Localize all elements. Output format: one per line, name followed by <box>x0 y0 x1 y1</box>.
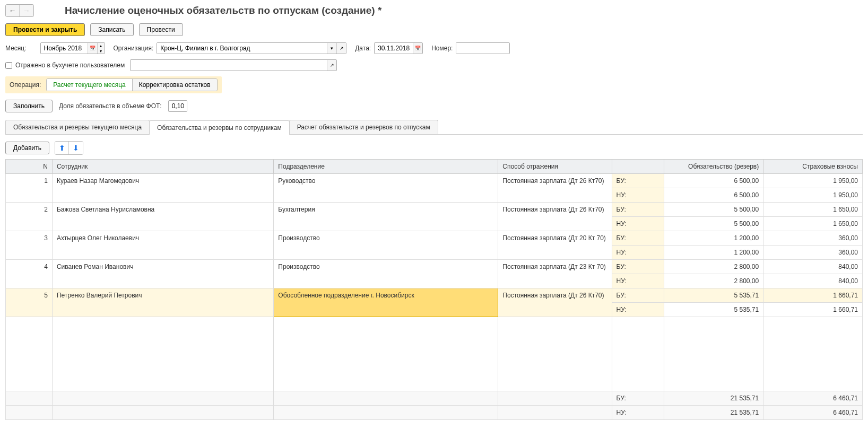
col-acc[interactable] <box>612 160 664 174</box>
cell-employee: Бажова Светлана Нурисламовна <box>52 203 273 231</box>
total-nu-obligation: 21 535,71 <box>664 406 763 420</box>
cell-nu-insurance: 1 660,71 <box>763 303 863 317</box>
cell-nu-insurance: 1 950,00 <box>763 188 863 203</box>
reflected-checkbox[interactable] <box>5 62 12 69</box>
month-input[interactable] <box>41 43 88 54</box>
cell-bu-insurance: 840,00 <box>763 260 863 274</box>
cell-department: Обособленное подразделение г. Новосибирс… <box>274 288 498 317</box>
cell-n: 3 <box>6 231 53 260</box>
cell-nu-label: НУ: <box>612 246 664 260</box>
cell-method: Постоянная зарплата (Дт 23 Кт 70) <box>498 260 612 288</box>
org-label: Организация: <box>114 45 154 52</box>
total-nu-label: НУ: <box>612 406 664 420</box>
post-and-close-button[interactable]: Провести и закрыть <box>5 23 85 36</box>
month-step-up[interactable]: ▲ <box>97 43 105 48</box>
cell-bu-label: БУ: <box>612 260 664 274</box>
cell-bu-insurance: 1 650,00 <box>763 203 863 217</box>
write-button[interactable]: Записать <box>90 23 133 36</box>
table-row[interactable]: 3Ахтырцев Олег НиколаевичПроизводствоПос… <box>6 231 863 246</box>
op-correction[interactable]: Корректировка остатков <box>133 79 217 91</box>
cell-department: Руководство <box>274 174 498 203</box>
table-row[interactable]: 2Бажова Светлана НурисламовнаБухгалтерия… <box>6 203 863 217</box>
cell-bu-obligation: 1 200,00 <box>664 231 763 246</box>
share-input[interactable] <box>169 101 187 111</box>
month-calendar-icon[interactable]: 📅 <box>88 43 97 54</box>
cell-bu-insurance: 1 660,71 <box>763 288 863 303</box>
reflected-label: Отражено в бухучете пользователем <box>15 62 125 69</box>
col-n[interactable]: N <box>6 160 53 174</box>
fill-button[interactable]: Заполнить <box>5 100 53 112</box>
page-title: Начисление оценочных обязательств по отп… <box>65 5 381 16</box>
back-button[interactable]: ← <box>6 5 20 16</box>
cell-bu-label: БУ: <box>612 231 664 246</box>
operation-label: Операция: <box>10 81 41 89</box>
date-label: Дата: <box>355 45 371 52</box>
cell-bu-label: БУ: <box>612 174 664 188</box>
cell-nu-label: НУ: <box>612 303 664 317</box>
col-insurance[interactable]: Страховые взносы <box>763 160 863 174</box>
cell-nu-label: НУ: <box>612 274 664 288</box>
employees-table: N Сотрудник Подразделение Способ отражен… <box>5 159 863 420</box>
cell-bu-insurance: 360,00 <box>763 231 863 246</box>
cell-nu-label: НУ: <box>612 188 664 203</box>
col-department[interactable]: Подразделение <box>274 160 498 174</box>
total-bu-label: БУ: <box>612 391 664 406</box>
reflected-open-icon[interactable]: ↗ <box>327 60 336 71</box>
cell-bu-insurance: 1 950,00 <box>763 174 863 188</box>
cell-department: Бухгалтерия <box>274 203 498 231</box>
tab-current-month[interactable]: Обязательства и резервы текущего месяца <box>5 120 150 134</box>
tab-calculation[interactable]: Расчет обязательств и резервов по отпуск… <box>289 120 438 134</box>
total-nu-insurance: 6 460,71 <box>763 406 863 420</box>
cell-nu-insurance: 1 650,00 <box>763 217 863 231</box>
reflected-input[interactable] <box>131 60 327 71</box>
org-input[interactable] <box>157 43 327 54</box>
cell-nu-obligation: 2 800,00 <box>664 274 763 288</box>
cell-method: Постоянная зарплата (Дт 26 Кт70) <box>498 174 612 203</box>
total-bu-obligation: 21 535,71 <box>664 391 763 406</box>
table-row[interactable]: 5Петренко Валерий ПетровичОбособленное п… <box>6 288 863 303</box>
cell-nu-obligation: 6 500,00 <box>664 188 763 203</box>
date-input[interactable] <box>375 43 413 54</box>
col-method[interactable]: Способ отражения <box>498 160 612 174</box>
move-up-icon[interactable]: ⬆ <box>55 142 69 154</box>
cell-method: Постоянная зарплата (Дт 20 Кт 70) <box>498 231 612 260</box>
cell-nu-obligation: 5 500,00 <box>664 217 763 231</box>
cell-method: Постоянная зарплата (Дт 26 Кт70) <box>498 203 612 231</box>
cell-nu-obligation: 1 200,00 <box>664 246 763 260</box>
cell-nu-insurance: 360,00 <box>763 246 863 260</box>
month-label: Месяц: <box>5 45 27 52</box>
tab-by-employee[interactable]: Обязательства и резервы по сотрудникам <box>149 120 290 135</box>
org-open-icon[interactable]: ↗ <box>336 43 346 54</box>
col-employee[interactable]: Сотрудник <box>52 160 273 174</box>
cell-nu-obligation: 5 535,71 <box>664 303 763 317</box>
table-row[interactable]: 4Сиванев Роман ИвановичПроизводствоПосто… <box>6 260 863 274</box>
cell-n: 5 <box>6 288 53 317</box>
cell-employee: Кураев Назар Магомедович <box>52 174 273 203</box>
cell-employee: Ахтырцев Олег Николаевич <box>52 231 273 260</box>
totals-row-bu: БУ: 21 535,71 6 460,71 <box>6 391 863 406</box>
cell-bu-obligation: 2 800,00 <box>664 260 763 274</box>
cell-bu-label: БУ: <box>612 203 664 217</box>
cell-employee: Сиванев Роман Иванович <box>52 260 273 288</box>
org-dropdown-icon[interactable]: ▾ <box>327 43 336 54</box>
cell-method: Постоянная зарплата (Дт 26 Кт70) <box>498 288 612 317</box>
share-label: Доля обязательств в объеме ФОТ: <box>59 102 162 110</box>
cell-bu-obligation: 5 500,00 <box>664 203 763 217</box>
cell-bu-label: БУ: <box>612 288 664 303</box>
table-row[interactable]: 1Кураев Назар МагомедовичРуководствоПост… <box>6 174 863 188</box>
date-calendar-icon[interactable]: 📅 <box>413 43 422 54</box>
move-down-icon[interactable]: ⬇ <box>69 142 83 154</box>
totals-row-nu: НУ: 21 535,71 6 460,71 <box>6 406 863 420</box>
number-input[interactable] <box>456 43 509 54</box>
cell-employee: Петренко Валерий Петрович <box>52 288 273 317</box>
forward-button[interactable]: → <box>20 5 33 16</box>
cell-bu-obligation: 5 535,71 <box>664 288 763 303</box>
cell-nu-label: НУ: <box>612 217 664 231</box>
col-obligation[interactable]: Обязательство (резерв) <box>664 160 763 174</box>
cell-n: 4 <box>6 260 53 288</box>
post-button[interactable]: Провести <box>139 23 183 36</box>
cell-department: Производство <box>274 260 498 288</box>
month-step-down[interactable]: ▼ <box>97 48 105 54</box>
op-current-month[interactable]: Расчет текущего месяца <box>47 79 132 91</box>
add-row-button[interactable]: Добавить <box>5 142 49 154</box>
